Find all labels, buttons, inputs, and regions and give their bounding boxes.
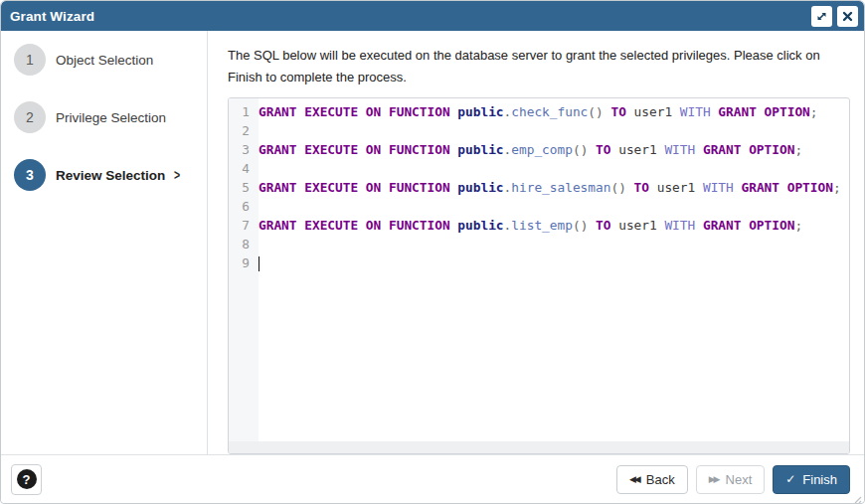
next-button-label: Next <box>726 472 753 487</box>
code-lines: 1GRANT EXECUTE ON FUNCTION public.check_… <box>229 98 849 272</box>
code-line: 1GRANT EXECUTE ON FUNCTION public.check_… <box>229 102 849 121</box>
expand-arrows-icon <box>816 11 827 22</box>
code-line: 8 <box>229 235 849 253</box>
code-content: GRANT EXECUTE ON FUNCTION public.list_em… <box>259 216 802 235</box>
check-icon: ✓ <box>785 472 795 486</box>
code-line: 2 <box>229 121 849 140</box>
step-label: Object Selection <box>56 53 153 68</box>
line-number: 6 <box>229 197 259 216</box>
help-icon: ? <box>17 469 37 489</box>
text-cursor <box>259 256 260 271</box>
maximize-button[interactable] <box>811 6 832 27</box>
review-sql-panel: The SQL below will be executed on the da… <box>208 31 865 454</box>
grant-wizard-dialog: Grant Wizard <box>0 0 865 504</box>
code-line: 7GRANT EXECUTE ON FUNCTION public.list_e… <box>229 216 849 235</box>
wizard-body: 1 Object Selection 2 Privilege Selection… <box>1 31 864 454</box>
close-icon <box>842 11 853 22</box>
step-item-review-selection[interactable]: 3 Review Selection > <box>14 159 207 191</box>
step-item-object-selection[interactable]: 1 Object Selection <box>14 44 207 76</box>
step-label: Review Selection <box>56 168 165 183</box>
step-number-badge: 2 <box>14 101 46 133</box>
code-content: GRANT EXECUTE ON FUNCTION public.check_f… <box>259 102 818 121</box>
code-line: 9 <box>229 253 849 272</box>
line-number: 7 <box>229 216 259 235</box>
resize-grip[interactable] <box>851 490 862 501</box>
line-number: 8 <box>229 235 259 253</box>
line-number: 5 <box>229 178 259 197</box>
code-content: GRANT EXECUTE ON FUNCTION public.hire_sa… <box>259 178 841 197</box>
step-number-badge: 1 <box>14 44 46 76</box>
help-button[interactable]: ? <box>11 464 42 495</box>
close-button[interactable] <box>837 6 858 27</box>
step-number-badge: 3 <box>14 159 46 191</box>
line-number: 3 <box>229 140 259 159</box>
double-right-arrow-icon: ▶▶ <box>709 474 719 484</box>
back-button[interactable]: ◀◀ Back <box>616 465 688 494</box>
title-bar: Grant Wizard <box>1 1 864 31</box>
code-content: GRANT EXECUTE ON FUNCTION public.emp_com… <box>259 140 802 159</box>
sql-description-text: The SQL below will be executed on the da… <box>228 45 850 88</box>
finish-button-label: Finish <box>802 472 837 487</box>
line-number: 2 <box>229 121 259 140</box>
sql-editor[interactable]: 1GRANT EXECUTE ON FUNCTION public.check_… <box>228 97 850 454</box>
code-line: 4 <box>229 159 849 178</box>
back-button-label: Back <box>646 472 675 487</box>
line-number: 9 <box>229 253 259 272</box>
chevron-right-icon: > <box>174 167 180 183</box>
wizard-steps: 1 Object Selection 2 Privilege Selection… <box>1 31 208 454</box>
next-button[interactable]: ▶▶ Next <box>696 465 766 494</box>
line-number: 1 <box>229 102 259 121</box>
window-title: Grant Wizard <box>10 9 806 24</box>
footer-bar: ? ◀◀ Back ▶▶ Next ✓ Finish <box>1 454 864 503</box>
code-content <box>259 253 260 272</box>
double-left-arrow-icon: ◀◀ <box>629 474 639 484</box>
line-number: 4 <box>229 159 259 178</box>
code-line: 5GRANT EXECUTE ON FUNCTION public.hire_s… <box>229 178 849 197</box>
step-label: Privilege Selection <box>56 110 166 125</box>
code-line: 3GRANT EXECUTE ON FUNCTION public.emp_co… <box>229 140 849 159</box>
finish-button[interactable]: ✓ Finish <box>773 465 850 494</box>
step-item-privilege-selection[interactable]: 2 Privilege Selection <box>14 101 207 133</box>
code-line: 6 <box>229 197 849 216</box>
